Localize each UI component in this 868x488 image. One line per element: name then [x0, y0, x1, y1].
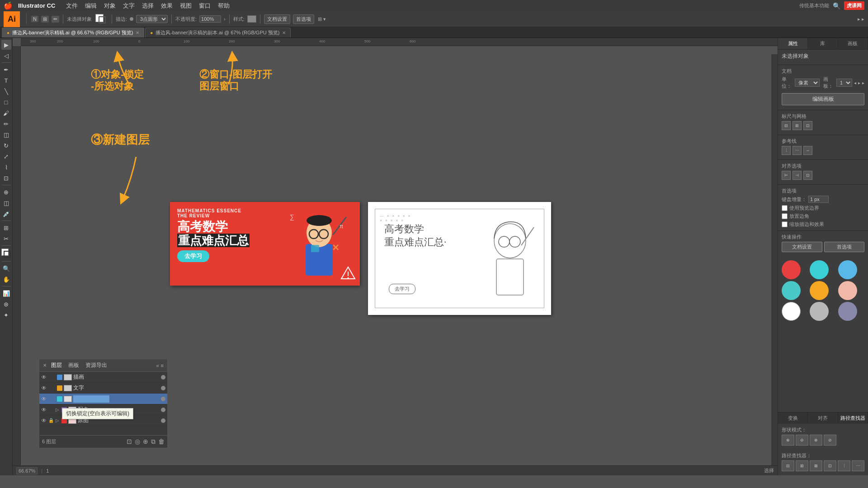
ruler-toggle-btn[interactable]: ⊟ — [782, 121, 791, 130]
line-tool[interactable]: ╲ — [1, 86, 11, 96]
rp-btab-pathfinder[interactable]: 路径查找器 — [838, 413, 868, 424]
layer-row-0[interactable]: 👁 描画 — [39, 372, 167, 383]
round-corners-checkbox[interactable] — [782, 213, 788, 219]
pf-btn-5[interactable]: ⋮ — [838, 460, 850, 471]
rect-tool[interactable]: □ — [1, 97, 11, 107]
flare-tool[interactable]: ✦ — [1, 310, 11, 320]
layer-eye-1[interactable]: 👁 — [41, 385, 48, 391]
banner-cta-button[interactable]: 去学习 — [177, 250, 209, 262]
panel-close-btn[interactable]: ✕ — [43, 363, 47, 368]
preferences-button[interactable]: 首选项 — [293, 14, 314, 24]
scale-tool[interactable]: ⤢ — [1, 151, 11, 161]
swatch-cyan[interactable] — [782, 281, 801, 300]
rp-btab-transform[interactable]: 变换 — [778, 413, 808, 424]
symbol-tool[interactable]: ⊛ — [1, 299, 11, 309]
pf-btn-1[interactable]: ⊟ — [782, 460, 794, 471]
panel-new-layer-icon[interactable]: ⊕ — [143, 438, 148, 446]
anti-alias-checkbox[interactable] — [782, 221, 788, 227]
panel-menu-icon[interactable]: ≡ — [161, 363, 164, 368]
stroke-swatch[interactable] — [4, 251, 11, 258]
canvas-area[interactable]: 300 200 100 0 100 200 300 400 500 600 ①对… — [13, 38, 778, 475]
panel-toggle-right[interactable]: ▸ — [858, 16, 860, 22]
rp-artboard-more[interactable]: ▸ — [862, 80, 864, 85]
panel-delete-layer-icon[interactable]: 🗑 — [158, 438, 165, 446]
qa-doc-settings-btn[interactable]: 文档设置 — [782, 242, 822, 252]
tab-1[interactable]: ● 播边风-banner演示精稿.ai @ 66.67% (RGB/GPU 预览… — [2, 28, 144, 38]
swatch-red[interactable] — [782, 260, 801, 279]
artboard-tool[interactable]: ⊞ — [1, 223, 11, 233]
ref-line-btn-2[interactable]: ⋯ — [793, 146, 802, 155]
layer-lock-4[interactable]: 🔒 — [48, 418, 56, 423]
ref-line-btn-1[interactable]: ⋮ — [782, 146, 791, 155]
zoom-level[interactable]: 66.67% — [16, 467, 38, 474]
hand-tool[interactable]: ✋ — [1, 274, 11, 284]
selection-tool[interactable]: ▶ — [1, 40, 11, 50]
image-trace-icon[interactable]: ✏ — [52, 16, 59, 23]
layer-name-1[interactable]: 文字 — [73, 384, 161, 392]
grid-toggle-btn[interactable]: ⊞ — [793, 121, 802, 130]
rp-artboard-next[interactable]: ▸ — [858, 80, 860, 85]
layer-name-2-input-wrapper[interactable] — [73, 395, 161, 403]
snap-grid-btn[interactable]: ⊡ — [803, 121, 812, 130]
free-transform-tool[interactable]: ⊡ — [1, 173, 11, 183]
menu-select[interactable]: 选择 — [142, 2, 154, 10]
menu-window[interactable]: 窗口 — [199, 2, 211, 10]
opacity-input[interactable] — [199, 15, 221, 23]
swatch-orange[interactable] — [810, 281, 829, 300]
swatch-gray[interactable] — [810, 302, 829, 321]
panel-locate-icon[interactable]: ◎ — [135, 438, 140, 446]
layer-expand-4[interactable]: ▷ — [56, 418, 59, 423]
rp-artboard-prev[interactable]: ◂ — [854, 80, 856, 85]
shape-builder-tool[interactable]: ⊕ — [1, 187, 11, 197]
menu-effects[interactable]: 效果 — [161, 2, 173, 10]
swatch-peach[interactable] — [838, 281, 857, 300]
menu-text[interactable]: 文字 — [123, 2, 135, 10]
search-icon[interactable]: 🔍 — [833, 2, 840, 9]
menu-help[interactable]: 帮助 — [218, 2, 230, 10]
pf-btn-6[interactable]: ⋯ — [852, 460, 864, 471]
use-preview-checkbox[interactable] — [782, 205, 788, 211]
swatch-teal[interactable] — [810, 260, 829, 279]
eraser-tool[interactable]: ◫ — [1, 130, 11, 140]
menu-view[interactable]: 视图 — [180, 2, 192, 10]
panel-toggle-right2[interactable]: ▸ — [862, 16, 864, 22]
panel-collapse-icon[interactable]: « — [156, 363, 159, 368]
pf-btn-2[interactable]: ⊞ — [796, 460, 808, 471]
pf-btn-4[interactable]: ⊡ — [824, 460, 836, 471]
layer-expand-3[interactable]: ▷ — [56, 407, 59, 412]
tab-2-close[interactable]: ✕ — [282, 30, 286, 35]
text-tool[interactable]: T — [1, 75, 11, 85]
layer-eye-4[interactable]: 👁 — [41, 418, 48, 424]
layer-name-0[interactable]: 描画 — [73, 373, 161, 381]
align-left-btn[interactable]: ⊢ — [782, 171, 791, 180]
panel-tab-layers[interactable]: 图层 — [48, 361, 65, 370]
keyboard-nudge-input[interactable] — [808, 196, 829, 203]
swatch-white[interactable] — [782, 302, 801, 321]
rp-tab-artboards[interactable]: 画板 — [838, 38, 868, 49]
layer-eye-0[interactable]: 👁 — [41, 374, 48, 380]
swatch-blue[interactable] — [838, 260, 857, 279]
exclude-btn[interactable]: ⊘ — [824, 435, 836, 446]
rp-tab-library[interactable]: 库 — [808, 38, 838, 49]
ref-line-btn-3[interactable]: ↔ — [803, 146, 812, 155]
layer-row-2[interactable]: 👁 — [39, 394, 167, 404]
qa-preferences-btn[interactable]: 首选项 — [824, 242, 865, 252]
rotate-tool[interactable]: ↻ — [1, 141, 11, 150]
swatch-lavender[interactable] — [838, 302, 857, 321]
menu-edit[interactable]: 编辑 — [85, 2, 97, 10]
pencil-tool[interactable]: ✏ — [1, 119, 11, 129]
pf-btn-3[interactable]: ⊠ — [810, 460, 822, 471]
layer-row-1[interactable]: 👁 文字 — [39, 383, 167, 394]
unite-btn[interactable]: ⊕ — [782, 435, 794, 446]
layer-eye-2[interactable]: 👁 — [41, 396, 48, 402]
brush-tool[interactable]: 🖌 — [1, 108, 11, 118]
stroke-color-box[interactable] — [99, 16, 106, 23]
rp-tab-properties[interactable]: 属性 — [778, 38, 808, 49]
eyedropper-tool[interactable]: 💉 — [1, 209, 11, 219]
menu-file[interactable]: 文件 — [66, 2, 78, 10]
pen-tool[interactable]: ✒ — [1, 65, 11, 75]
style-preview[interactable] — [247, 15, 256, 23]
graph-tool[interactable]: 📊 — [1, 288, 11, 298]
slice-tool[interactable]: ✂ — [1, 234, 11, 244]
align-right-btn[interactable]: ⊡ — [803, 171, 812, 180]
